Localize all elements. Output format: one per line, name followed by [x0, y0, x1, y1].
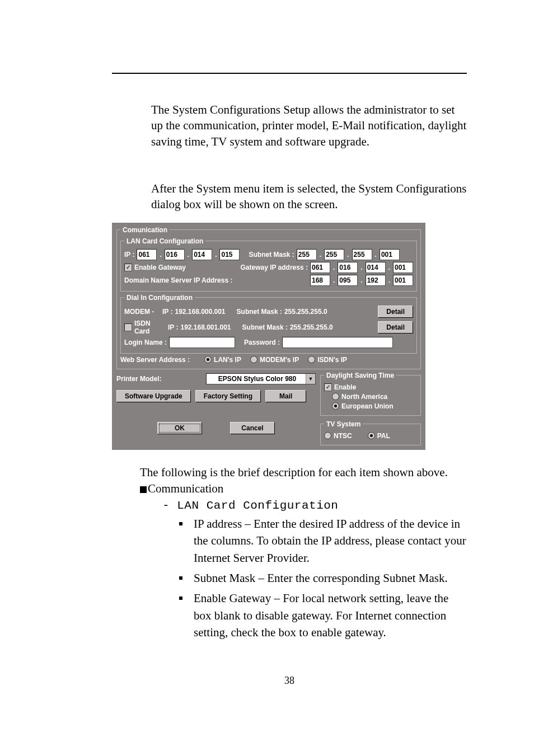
dns-octet-4[interactable]: 001 — [393, 275, 413, 286]
dns-octet-3[interactable]: 192 — [366, 275, 386, 286]
dns-octet-1[interactable]: 168 — [310, 275, 330, 286]
gateway-ip-label: Gateway IP address : — [240, 264, 308, 271]
isdn-ip-label: IP : — [168, 323, 178, 331]
dialin-group: Dial In Configuration MODEM - IP : 192.1… — [120, 294, 417, 354]
chevron-down-icon: ▼ — [306, 374, 315, 384]
web-isdn-label: ISDN's IP — [317, 356, 347, 364]
login-name-label: Login Name : — [124, 339, 167, 346]
gateway-octet-3[interactable]: 014 — [366, 262, 386, 273]
dst-eu-label: European Union — [341, 402, 394, 410]
lan-config-list: IP address – Enter the desired IP addres… — [179, 515, 467, 641]
isdn-checkbox[interactable] — [124, 323, 132, 331]
modem-ip-value: 192.168.000.001 — [175, 308, 225, 316]
printer-model-select[interactable]: EPSON Stylus Color 980 ▼ — [206, 373, 316, 384]
software-upgrade-button[interactable]: Software Upgrade — [116, 390, 191, 402]
isdn-subnet-label: Subnet Mask : — [242, 323, 288, 331]
enable-gateway-checkbox[interactable]: ✓ — [124, 264, 132, 271]
square-bullet-icon — [140, 486, 147, 493]
modem-detail-button[interactable]: Detail — [378, 306, 413, 318]
dst-eu-radio[interactable] — [332, 402, 339, 410]
system-config-dialog: Comunication LAN Card Configuration IP :… — [112, 223, 425, 450]
top-rule — [112, 73, 467, 74]
modem-ip-label: IP : — [162, 308, 172, 316]
tv-ntsc-radio[interactable] — [324, 432, 331, 439]
tv-ntsc-label: NTSC — [334, 432, 352, 440]
tv-pal-radio[interactable] — [368, 432, 375, 439]
tv-system-group: TV System NTSC PAL — [320, 420, 421, 445]
ip-octet-1[interactable]: 061 — [137, 249, 157, 260]
printer-model-label: Printer Model: — [116, 375, 162, 383]
gateway-octet-4[interactable]: 001 — [393, 262, 413, 273]
isdn-ip-value: 192.168.001.001 — [180, 323, 231, 331]
ip-octet-3[interactable]: 014 — [192, 249, 212, 260]
tv-pal-label: PAL — [377, 432, 390, 440]
post-intro: The following is the brief description f… — [140, 466, 467, 480]
web-isdn-radio[interactable] — [308, 356, 315, 363]
factory-setting-button[interactable]: Factory Setting — [195, 390, 261, 402]
web-lan-radio[interactable] — [204, 356, 212, 363]
web-modem-label: MODEM's IP — [260, 356, 299, 364]
subnet-octet-3[interactable]: 255 — [352, 249, 372, 260]
web-server-row: Web Server Address : LAN's IP MODEM's IP… — [120, 356, 417, 364]
dst-na-label: North America — [341, 393, 387, 401]
modem-subnet-label: Subnet Mask : — [237, 308, 282, 316]
ip-label: IP : — [124, 251, 134, 259]
dialin-legend: Dial In Configuration — [124, 294, 195, 302]
modem-subnet-value: 255.255.255.0 — [284, 308, 327, 316]
login-name-input[interactable] — [169, 337, 235, 348]
subnet-octet-4[interactable]: 001 — [380, 249, 400, 260]
ip-octet-2[interactable]: 016 — [165, 249, 185, 260]
dst-legend: Daylight Saving Time — [324, 372, 396, 379]
subnet-octet-1[interactable]: 255 — [297, 249, 317, 260]
gateway-octet-2[interactable]: 016 — [338, 262, 358, 273]
dst-enable-label: Enable — [334, 383, 356, 391]
tv-system-legend: TV System — [324, 420, 363, 428]
ip-octet-4[interactable]: 015 — [219, 249, 240, 260]
isdn-subnet-value: 255.255.255.0 — [290, 323, 333, 331]
lan-legend: LAN Card Configuration — [124, 237, 205, 245]
communication-legend: Comunication — [120, 226, 170, 234]
password-label: Password : — [244, 339, 280, 346]
subnet-octet-2[interactable]: 255 — [324, 249, 344, 260]
communication-group: Comunication LAN Card Configuration IP :… — [116, 226, 421, 369]
mail-button[interactable]: Mail — [265, 390, 306, 402]
list-item: Subnet Mask – Enter the corresponding Su… — [179, 570, 467, 586]
lan-config-subtitle: - LAN Card Configuration — [162, 499, 467, 512]
lan-group: LAN Card Configuration IP : 061. 016. 01… — [120, 237, 417, 292]
cancel-button[interactable]: Cancel — [230, 422, 275, 434]
intro-paragraph-2: After the System menu item is selected, … — [151, 181, 467, 213]
dst-na-radio[interactable] — [332, 393, 339, 400]
section-communication: Communication — [140, 482, 467, 496]
isdn-label: ISDN Card — [134, 320, 166, 335]
isdn-detail-button[interactable]: Detail — [378, 321, 413, 334]
page-number: 38 — [112, 675, 467, 687]
dst-enable-checkbox[interactable]: ✓ — [324, 383, 332, 391]
dns-octet-2[interactable]: 095 — [338, 275, 358, 286]
modem-label: MODEM - — [124, 308, 160, 316]
enable-gateway-label: Enable Gateway — [134, 264, 186, 271]
web-modem-radio[interactable] — [250, 356, 257, 363]
printer-model-value: EPSON Stylus Color 980 — [209, 375, 306, 383]
web-lan-label: LAN's IP — [214, 356, 241, 364]
subnet-label: Subnet Mask : — [249, 251, 294, 259]
intro-paragraph-1: The System Configurations Setup allows t… — [151, 102, 467, 149]
dst-group: Daylight Saving Time ✓ Enable North Amer… — [320, 372, 421, 416]
web-server-label: Web Server Address : — [120, 356, 190, 364]
ok-button[interactable]: OK — [157, 422, 202, 434]
list-item: IP address – Enter the desired IP addres… — [179, 515, 467, 566]
password-input[interactable] — [282, 337, 393, 348]
list-item: Enable Gateway – For local network setti… — [179, 590, 467, 641]
gateway-octet-1[interactable]: 061 — [310, 262, 330, 273]
dns-label: Domain Name Server IP Address : — [124, 276, 232, 284]
